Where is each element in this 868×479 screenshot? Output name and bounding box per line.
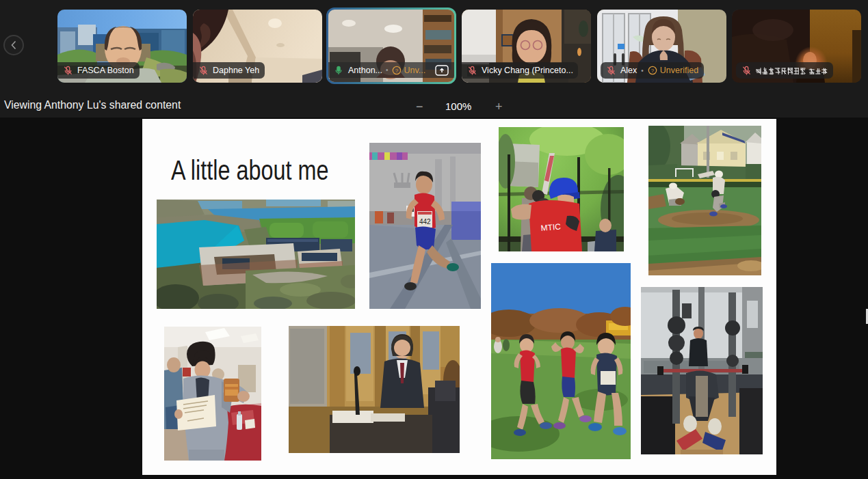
svg-text:442: 442 bbox=[419, 218, 431, 225]
svg-text:MTIC: MTIC bbox=[540, 221, 562, 233]
svg-text:?: ? bbox=[651, 68, 655, 74]
svg-text:?: ? bbox=[395, 67, 398, 73]
